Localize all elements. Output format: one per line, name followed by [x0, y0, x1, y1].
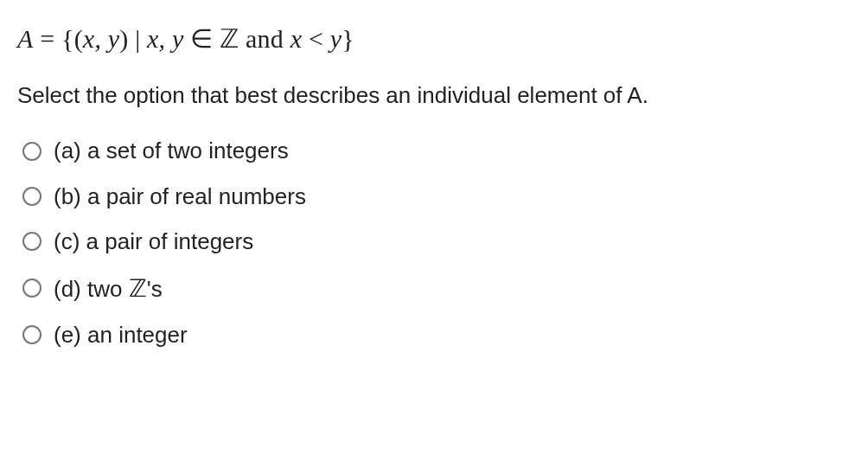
set-definition-formula: A = {(x, y) | x, y ∈ ℤ and x < y} [17, 21, 851, 57]
option-d[interactable]: (d) two ℤ's [22, 272, 851, 305]
radio-icon[interactable] [22, 279, 41, 298]
radio-icon[interactable] [22, 232, 41, 251]
option-label: (e) an integer [54, 319, 188, 350]
radio-icon[interactable] [22, 325, 41, 344]
option-e[interactable]: (e) an integer [22, 319, 851, 350]
radio-icon[interactable] [22, 142, 41, 161]
options-group: (a) a set of two integers (b) a pair of … [17, 135, 851, 350]
option-label: (b) a pair of real numbers [54, 181, 306, 212]
option-b[interactable]: (b) a pair of real numbers [22, 181, 851, 212]
option-label: (c) a pair of integers [54, 226, 253, 257]
option-label: (d) two ℤ's [54, 272, 163, 305]
formula-lhs: A [17, 24, 34, 53]
option-a[interactable]: (a) a set of two integers [22, 135, 851, 166]
radio-icon[interactable] [22, 187, 41, 206]
question-prompt: Select the option that best describes an… [17, 80, 851, 111]
option-label: (a) a set of two integers [54, 135, 289, 166]
option-c[interactable]: (c) a pair of integers [22, 226, 851, 257]
